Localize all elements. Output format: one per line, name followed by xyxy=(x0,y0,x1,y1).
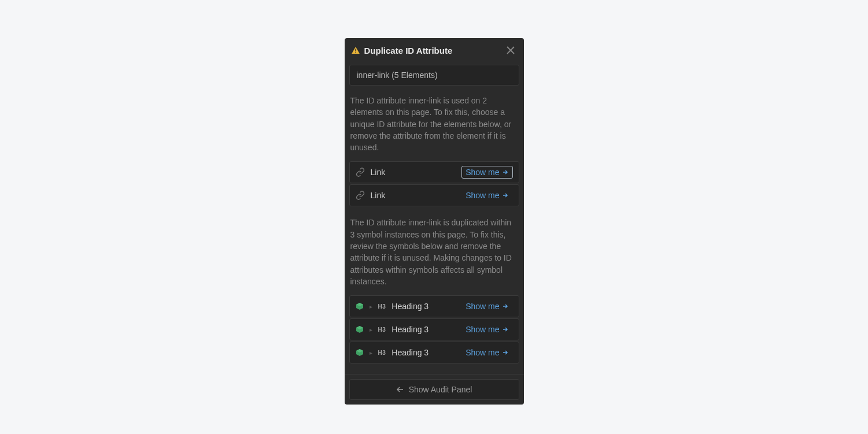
close-button[interactable] xyxy=(504,44,517,57)
divider xyxy=(345,374,524,374)
element-row[interactable]: Link Show me xyxy=(349,184,519,206)
symbol-icon xyxy=(356,325,364,333)
arrow-left-icon xyxy=(396,385,404,394)
show-me-label: Show me xyxy=(466,325,499,334)
symbol-label: Heading 3 xyxy=(391,325,456,334)
section2-description: The ID attribute inner-link is duplicate… xyxy=(349,217,519,287)
show-me-button[interactable]: Show me xyxy=(461,323,512,336)
arrow-right-icon xyxy=(502,169,509,176)
heading-badge: H3 xyxy=(378,327,386,333)
show-me-button[interactable]: Show me xyxy=(461,189,512,202)
section2-list: ▸ H3 Heading 3 Show me ▸ H3 Heading 3 Sh… xyxy=(349,295,519,363)
show-me-button[interactable]: Show me xyxy=(461,166,512,179)
element-row[interactable]: Link Show me xyxy=(349,161,519,183)
arrow-right-icon xyxy=(502,326,509,333)
symbol-label: Heading 3 xyxy=(391,348,456,357)
panel-body: inner-link (5 Elements) The ID attribute… xyxy=(345,65,524,405)
symbol-row[interactable]: ▸ H3 Heading 3 Show me xyxy=(349,295,519,317)
show-me-button[interactable]: Show me xyxy=(461,300,512,313)
audit-detail-panel: Duplicate ID Attribute inner-link (5 Ele… xyxy=(345,38,524,405)
symbol-label: Heading 3 xyxy=(391,302,456,311)
show-me-label: Show me xyxy=(466,302,499,311)
section1-description: The ID attribute inner-link is used on 2… xyxy=(349,95,519,153)
panel-title: Duplicate ID Attribute xyxy=(364,46,500,55)
svg-rect-0 xyxy=(355,49,356,51)
show-me-label: Show me xyxy=(466,168,499,177)
svg-rect-1 xyxy=(355,52,356,53)
id-attribute-row[interactable]: inner-link (5 Elements) xyxy=(349,65,519,86)
warning-icon xyxy=(352,47,360,54)
heading-badge: H3 xyxy=(378,350,386,356)
section1-list: Link Show me Link Show me xyxy=(349,161,519,206)
symbol-row[interactable]: ▸ H3 Heading 3 Show me xyxy=(349,318,519,340)
show-audit-panel-button[interactable]: Show Audit Panel xyxy=(349,379,519,400)
chevron-right-icon: ▸ xyxy=(370,303,372,310)
chevron-right-icon: ▸ xyxy=(370,350,372,356)
footer-label: Show Audit Panel xyxy=(409,385,472,394)
show-me-label: Show me xyxy=(466,348,499,357)
element-label: Link xyxy=(371,191,456,200)
link-icon xyxy=(356,168,365,177)
symbol-row[interactable]: ▸ H3 Heading 3 Show me xyxy=(349,342,519,363)
chevron-right-icon: ▸ xyxy=(370,327,372,333)
arrow-right-icon xyxy=(502,192,509,199)
id-attribute-text: inner-link (5 Elements) xyxy=(357,71,438,80)
link-icon xyxy=(356,191,365,200)
symbol-icon xyxy=(356,302,364,310)
panel-header: Duplicate ID Attribute xyxy=(345,38,524,62)
show-me-button[interactable]: Show me xyxy=(461,346,512,359)
close-icon xyxy=(507,46,515,54)
arrow-right-icon xyxy=(502,349,509,356)
show-me-label: Show me xyxy=(466,191,499,200)
symbol-icon xyxy=(356,348,364,357)
arrow-right-icon xyxy=(502,303,509,310)
heading-badge: H3 xyxy=(378,303,386,310)
element-label: Link xyxy=(371,168,456,177)
